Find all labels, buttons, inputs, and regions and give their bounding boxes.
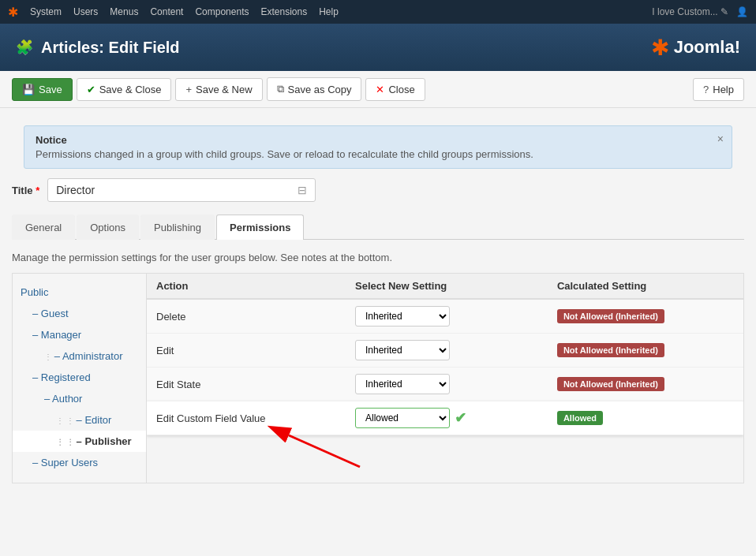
dots-icon: ⋮ <box>44 353 54 361</box>
calculated-edit-custom: Allowed <box>548 401 743 435</box>
save-floppy-icon: 💾 <box>22 84 35 95</box>
action-delete: Delete <box>147 299 346 334</box>
select-edit[interactable]: Inherited Allowed Denied <box>355 340 450 360</box>
nav-menus[interactable]: Menus <box>110 6 138 17</box>
action-edit-custom: Edit Custom Field Value <box>147 401 346 435</box>
th-select-new: Select New Setting <box>346 274 548 299</box>
joomla-text: Joomla! <box>674 37 740 58</box>
select-edit-state[interactable]: Inherited Allowed Denied <box>355 374 450 394</box>
group-guest[interactable]: – Guest <box>13 303 146 324</box>
th-calculated: Calculated Setting <box>548 274 743 299</box>
calculated-edit: Not Allowed (Inherited) <box>548 334 743 368</box>
group-public[interactable]: Public <box>13 282 146 303</box>
group-editor[interactable]: ⋮ ⋮ – Editor <box>13 409 146 431</box>
close-icon: ✕ <box>376 84 384 95</box>
setting-edit: Inherited Allowed Denied <box>346 334 548 368</box>
badge-not-allowed-edit-state: Not Allowed (Inherited) <box>557 377 664 391</box>
tabs-bar: General Options Publishing Permissions <box>12 214 744 240</box>
puzzle-icon: 🧩 <box>16 39 33 56</box>
tab-permissions[interactable]: Permissions <box>216 215 304 240</box>
dots-icon-1: ⋮ ⋮ <box>56 416 77 425</box>
nav-components[interactable]: Components <box>195 6 249 17</box>
group-administrator[interactable]: ⋮ – Administrator <box>13 345 146 367</box>
select-wrap-edit: Inherited Allowed Denied <box>355 340 450 360</box>
nav-help[interactable]: Help <box>319 6 339 17</box>
save-new-button[interactable]: + Save & New <box>175 78 262 101</box>
top-nav-right: I love Custom... ✎ 👤 <box>652 6 748 17</box>
joomla-icon: ✱ <box>8 5 18 20</box>
group-publisher[interactable]: ⋮ ⋮ – Publisher <box>13 431 146 452</box>
user-label[interactable]: I love Custom... ✎ <box>652 6 728 17</box>
title-input[interactable]: Director ⊟ <box>47 178 316 202</box>
save-close-button[interactable]: ✔ Save & Close <box>77 78 172 101</box>
title-value: Director <box>56 184 95 196</box>
joomla-logo: ✱ Joomla! <box>651 35 740 61</box>
tab-options[interactable]: Options <box>77 215 139 240</box>
tab-publishing[interactable]: Publishing <box>140 215 215 240</box>
allowed-check-icon: ✔ <box>455 409 466 427</box>
nav-users[interactable]: Users <box>73 6 98 17</box>
check-icon: ✔ <box>87 84 95 95</box>
tab-general[interactable]: General <box>12 215 75 240</box>
setting-edit-state: Inherited Allowed Denied <box>346 368 548 401</box>
badge-allowed: Allowed <box>557 411 603 425</box>
joomla-star-icon: ✱ <box>651 35 669 61</box>
setting-delete: Inherited Allowed Denied <box>346 299 548 334</box>
th-action: Action <box>147 274 346 299</box>
header-title-group: 🧩 Articles: Edit Field <box>16 39 180 57</box>
main-content: Notice Permissions changed in a group wi… <box>0 108 756 491</box>
copy-icon: ⧉ <box>277 83 284 95</box>
notice-box: Notice Permissions changed in a group wi… <box>24 125 732 169</box>
group-author[interactable]: – Author <box>13 388 146 409</box>
notice-close-button[interactable]: × <box>717 132 724 145</box>
save-copy-button[interactable]: ⧉ Save as Copy <box>267 77 362 101</box>
user-icon[interactable]: 👤 <box>736 6 748 17</box>
plus-icon: + <box>185 84 192 95</box>
select-wrap-edit-custom: Inherited Allowed Denied ✔ <box>355 408 466 428</box>
table-row-highlighted: Edit Custom Field Value Inherited Allowe… <box>147 401 743 435</box>
help-button[interactable]: ? Help <box>693 78 744 101</box>
select-edit-custom[interactable]: Inherited Allowed Denied <box>355 408 450 428</box>
badge-not-allowed-edit: Not Allowed (Inherited) <box>557 343 664 357</box>
required-indicator: * <box>36 185 39 196</box>
notice-message: Permissions changed in a group with chil… <box>36 148 720 160</box>
select-wrap-edit-state: Inherited Allowed Denied <box>355 374 450 394</box>
group-manager[interactable]: – Manager <box>13 324 146 345</box>
setting-edit-custom: Inherited Allowed Denied ✔ <box>346 401 548 435</box>
action-edit: Edit <box>147 334 346 368</box>
nav-content[interactable]: Content <box>150 6 183 17</box>
title-label: Title * <box>12 185 39 196</box>
nav-extensions[interactable]: Extensions <box>260 6 307 17</box>
permissions-description: Manage the permission settings for the u… <box>12 252 744 263</box>
select-wrap-delete: Inherited Allowed Denied <box>355 306 450 327</box>
table-row: Edit Inherited Allowed Denied <box>147 334 743 368</box>
title-field-row: Title * Director ⊟ <box>12 178 744 202</box>
groups-panel: Public – Guest – Manager ⋮ – Administrat… <box>13 274 147 483</box>
close-button[interactable]: ✕ Close <box>365 78 425 101</box>
top-nav-items: ✱ System Users Menus Content Components … <box>8 5 339 20</box>
input-icon: ⊟ <box>298 184 307 196</box>
calculated-edit-state: Not Allowed (Inherited) <box>548 368 743 401</box>
page-title: Articles: Edit Field <box>41 39 180 57</box>
toolbar: 💾 Save ✔ Save & Close + Save & New ⧉ Sav… <box>0 71 756 108</box>
group-registered[interactable]: – Registered <box>13 367 146 388</box>
header-bar: 🧩 Articles: Edit Field ✱ Joomla! <box>0 24 756 71</box>
notice-title: Notice <box>36 134 720 146</box>
top-nav: ✱ System Users Menus Content Components … <box>0 0 756 24</box>
permissions-layout: Public – Guest – Manager ⋮ – Administrat… <box>12 273 744 483</box>
dots-icon-2: ⋮ ⋮ <box>56 438 77 446</box>
table-row: Delete Inherited Allowed Denied <box>147 299 743 334</box>
permissions-table-wrap: Action Select New Setting Calculated Set… <box>147 274 743 483</box>
group-superusers[interactable]: – Super Users <box>13 452 146 473</box>
save-button[interactable]: 💾 Save <box>12 78 73 101</box>
nav-system[interactable]: System <box>30 6 62 17</box>
svg-line-1 <box>289 435 360 467</box>
help-icon: ? <box>703 84 709 95</box>
arrow-annotation <box>147 435 743 483</box>
calculated-delete: Not Allowed (Inherited) <box>548 299 743 334</box>
action-edit-state: Edit State <box>147 368 346 401</box>
table-row: Edit State Inherited Allowed Denied <box>147 368 743 401</box>
badge-not-allowed-delete: Not Allowed (Inherited) <box>557 309 664 323</box>
permissions-table: Action Select New Setting Calculated Set… <box>147 274 743 435</box>
select-delete[interactable]: Inherited Allowed Denied <box>355 306 450 327</box>
